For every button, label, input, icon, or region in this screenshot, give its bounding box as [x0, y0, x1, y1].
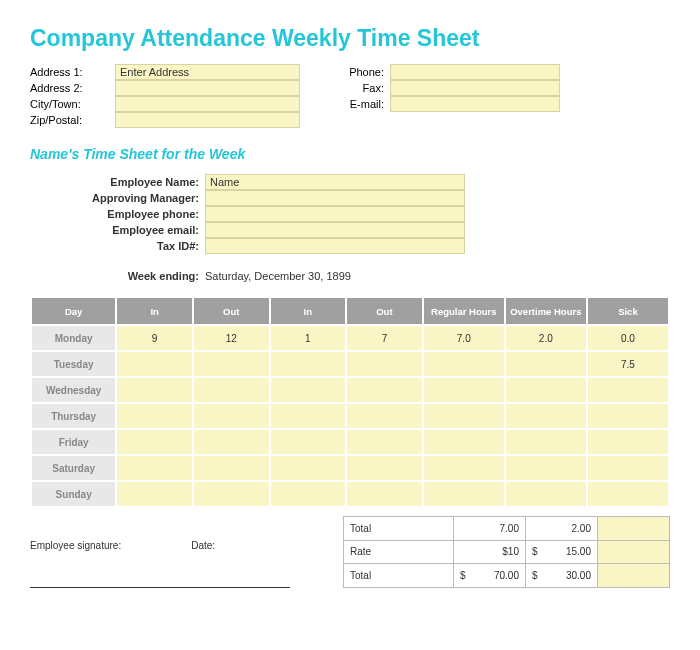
- cell-in1[interactable]: [116, 377, 193, 403]
- address2-label: Address 2:: [30, 82, 115, 94]
- cell-ot[interactable]: 2.0: [505, 325, 587, 351]
- cell-in1[interactable]: [116, 351, 193, 377]
- table-row: Monday912177.02.00.0: [31, 325, 669, 351]
- cell-out1[interactable]: [193, 455, 270, 481]
- day-label: Wednesday: [31, 377, 116, 403]
- page-title: Company Attendance Weekly Time Sheet: [30, 25, 670, 52]
- cell-in2[interactable]: [270, 403, 347, 429]
- cell-in2[interactable]: [270, 455, 347, 481]
- cell-reg[interactable]: [423, 455, 505, 481]
- table-row: Wednesday: [31, 377, 669, 403]
- cell-reg[interactable]: 7.0: [423, 325, 505, 351]
- cell-out2[interactable]: [346, 351, 423, 377]
- email-field[interactable]: [390, 96, 560, 112]
- col-in1: In: [116, 297, 193, 325]
- cell-in1[interactable]: [116, 403, 193, 429]
- tax-label: Tax ID#:: [30, 240, 205, 252]
- cell-in2[interactable]: [270, 429, 347, 455]
- summary-table: Total 7.00 2.00 Rate $10 $15.00 Total $7…: [343, 516, 670, 588]
- cell-in2[interactable]: [270, 351, 347, 377]
- cell-sick[interactable]: [587, 481, 669, 507]
- col-sick: Sick: [587, 297, 669, 325]
- employee-info: Employee Name:Name Approving Manager: Em…: [30, 174, 670, 254]
- cell-in1[interactable]: 9: [116, 325, 193, 351]
- col-out1: Out: [193, 297, 270, 325]
- sum-grand-ot: $30.00: [526, 564, 598, 588]
- emp-name-field[interactable]: Name: [205, 174, 465, 190]
- col-reg: Regular Hours: [423, 297, 505, 325]
- cell-sick[interactable]: 0.0: [587, 325, 669, 351]
- sum-blank: [598, 540, 670, 564]
- zip-field[interactable]: [115, 112, 300, 128]
- address1-label: Address 1:: [30, 66, 115, 78]
- cell-ot[interactable]: [505, 351, 587, 377]
- day-label: Sunday: [31, 481, 116, 507]
- phone-label: Phone:: [330, 66, 390, 78]
- cell-reg[interactable]: [423, 377, 505, 403]
- cell-out1[interactable]: [193, 481, 270, 507]
- cell-ot[interactable]: [505, 455, 587, 481]
- col-ot: Overtime Hours: [505, 297, 587, 325]
- cell-out2[interactable]: [346, 455, 423, 481]
- sum-grand-reg: $70.00: [454, 564, 526, 588]
- cell-out2[interactable]: [346, 403, 423, 429]
- fax-field[interactable]: [390, 80, 560, 96]
- cell-out2[interactable]: 7: [346, 325, 423, 351]
- cell-ot[interactable]: [505, 403, 587, 429]
- sum-blank: [598, 517, 670, 541]
- cell-in2[interactable]: [270, 481, 347, 507]
- fax-label: Fax:: [330, 82, 390, 94]
- sum-grand-label: Total: [344, 564, 454, 588]
- sum-rate-reg: $10: [454, 540, 526, 564]
- address1-field[interactable]: Enter Address: [115, 64, 300, 80]
- cell-sick[interactable]: [587, 429, 669, 455]
- cell-ot[interactable]: [505, 377, 587, 403]
- cell-out1[interactable]: [193, 403, 270, 429]
- day-label: Saturday: [31, 455, 116, 481]
- cell-sick[interactable]: [587, 377, 669, 403]
- day-label: Tuesday: [31, 351, 116, 377]
- cell-in1[interactable]: [116, 481, 193, 507]
- sum-rate-ot: $15.00: [526, 540, 598, 564]
- cell-out2[interactable]: [346, 429, 423, 455]
- cell-in2[interactable]: [270, 377, 347, 403]
- emp-phone-field[interactable]: [205, 206, 465, 222]
- cell-out2[interactable]: [346, 481, 423, 507]
- cell-reg[interactable]: [423, 351, 505, 377]
- phone-field[interactable]: [390, 64, 560, 80]
- cell-in1[interactable]: [116, 429, 193, 455]
- tax-field[interactable]: [205, 238, 465, 254]
- emp-email-field[interactable]: [205, 222, 465, 238]
- cell-out1[interactable]: 12: [193, 325, 270, 351]
- table-row: Thursday: [31, 403, 669, 429]
- day-label: Thursday: [31, 403, 116, 429]
- subtitle: Name's Time Sheet for the Week: [30, 146, 670, 162]
- cell-ot[interactable]: [505, 429, 587, 455]
- date-label: Date:: [191, 540, 215, 551]
- week-ending-label: Week ending:: [30, 270, 205, 282]
- manager-field[interactable]: [205, 190, 465, 206]
- week-ending-value: Saturday, December 30, 1899: [205, 270, 351, 282]
- emp-name-label: Employee Name:: [30, 176, 205, 188]
- city-field[interactable]: [115, 96, 300, 112]
- cell-sick[interactable]: 7.5: [587, 351, 669, 377]
- col-in2: In: [270, 297, 347, 325]
- cell-out2[interactable]: [346, 377, 423, 403]
- cell-out1[interactable]: [193, 351, 270, 377]
- cell-in1[interactable]: [116, 455, 193, 481]
- table-row: Friday: [31, 429, 669, 455]
- day-label: Friday: [31, 429, 116, 455]
- cell-ot[interactable]: [505, 481, 587, 507]
- cell-reg[interactable]: [423, 481, 505, 507]
- emp-email-label: Employee email:: [30, 224, 205, 236]
- cell-out1[interactable]: [193, 377, 270, 403]
- cell-sick[interactable]: [587, 403, 669, 429]
- cell-sick[interactable]: [587, 455, 669, 481]
- emp-phone-label: Employee phone:: [30, 208, 205, 220]
- cell-in2[interactable]: 1: [270, 325, 347, 351]
- company-info: Address 1:Enter Address Address 2: City/…: [30, 64, 670, 128]
- address2-field[interactable]: [115, 80, 300, 96]
- cell-reg[interactable]: [423, 403, 505, 429]
- cell-reg[interactable]: [423, 429, 505, 455]
- cell-out1[interactable]: [193, 429, 270, 455]
